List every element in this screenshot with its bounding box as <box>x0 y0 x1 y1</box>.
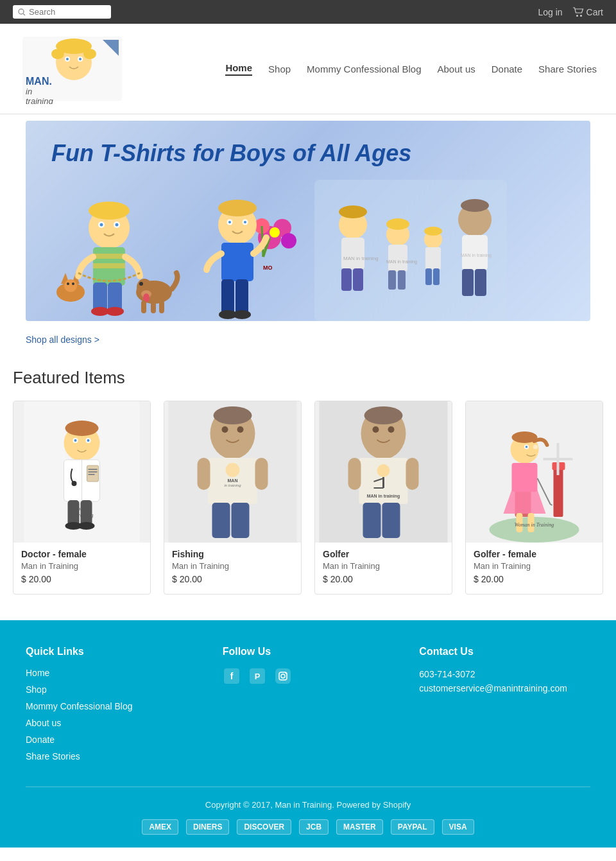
svg-text:MAN in training: MAN in training <box>343 256 379 261</box>
svg-text:in training: in training <box>224 483 241 487</box>
facebook-icon[interactable]: f <box>223 667 241 685</box>
products-grid: Woman in Training Doctor - female Man in… <box>13 401 603 595</box>
product-price-1: $ 20.00 <box>21 574 142 584</box>
footer-link-blog[interactable]: Mommy Confessional Blog <box>26 701 133 711</box>
svg-rect-111 <box>255 458 268 490</box>
nav-share[interactable]: Share Stories <box>538 64 597 74</box>
footer-link-shop[interactable]: Shop <box>26 684 47 695</box>
svg-rect-66 <box>341 268 352 291</box>
svg-line-1 <box>23 13 25 15</box>
svg-point-38 <box>139 282 143 286</box>
nav-shop[interactable]: Shop <box>268 64 291 74</box>
product-brand-4: Man in Training <box>474 561 595 571</box>
product-card[interactable]: MAN in training Golfer Man in Training $… <box>314 401 452 595</box>
shop-all-anchor[interactable]: Shop all designs > <box>26 335 99 345</box>
contact-email-text: customerservice@manintraining.com <box>419 683 567 693</box>
svg-point-24 <box>89 202 130 220</box>
svg-rect-84 <box>475 269 486 296</box>
svg-rect-128 <box>363 503 381 538</box>
svg-rect-76 <box>425 247 441 270</box>
svg-point-0 <box>19 9 24 14</box>
cart-label: Cart <box>586 7 603 17</box>
svg-point-20 <box>64 279 77 292</box>
product-info-4: Golfer - female Man in Training $ 20.00 <box>466 543 603 594</box>
svg-point-60 <box>233 310 251 319</box>
svg-rect-43 <box>159 300 164 313</box>
svg-point-143 <box>526 446 528 448</box>
product-info-3: Golfer Man in Training $ 20.00 <box>315 543 452 594</box>
product-card[interactable]: Woman in Training Doctor - female Man in… <box>13 401 151 595</box>
svg-rect-58 <box>235 279 248 315</box>
product-card[interactable]: MAN in training Fishing Man in Training … <box>164 401 302 595</box>
hero-characters: MO <box>51 173 565 321</box>
svg-rect-129 <box>382 503 400 538</box>
nav-blog[interactable]: Mommy Confessional Blog <box>307 64 421 74</box>
social-icons: f P <box>223 667 394 685</box>
svg-rect-117 <box>232 503 250 538</box>
cart-link[interactable]: Cart <box>572 7 603 17</box>
footer-contact: Contact Us 603-714-3072 customerservice@… <box>419 646 590 767</box>
product-card[interactable]: Woman in Training Golfer - female Man in… <box>465 401 603 595</box>
footer-link-share[interactable]: Share Stories <box>26 751 80 761</box>
instagram-icon[interactable] <box>274 667 292 685</box>
footer-top: Quick Links Home Shop Mommy Confessional… <box>26 646 590 767</box>
product-brand-2: Man in Training <box>172 561 293 571</box>
product-brand-1: Man in Training <box>21 561 142 571</box>
product-name-2: Fishing <box>172 549 293 559</box>
logo[interactable]: MAN. in training <box>19 33 128 104</box>
payment-master: MASTER <box>336 819 383 835</box>
hero-banner: Fun T-Shirts for Boys of All Ages <box>26 121 590 321</box>
featured-title: Featured Items <box>13 368 603 388</box>
footer-copyright: Copyright © 2017, Man in Training. Power… <box>26 800 590 810</box>
svg-point-155 <box>285 673 286 674</box>
search-input[interactable] <box>29 7 106 17</box>
hero-section: Fun T-Shirts for Boys of All Ages <box>13 121 603 355</box>
svg-text:in Training: in Training <box>71 512 94 518</box>
svg-point-22 <box>72 283 74 285</box>
svg-rect-95 <box>89 469 98 470</box>
search-form[interactable] <box>13 5 111 19</box>
svg-point-55 <box>244 221 246 223</box>
payment-visa: VISA <box>442 819 474 835</box>
nav-about[interactable]: About us <box>438 64 475 74</box>
svg-point-101 <box>78 522 95 530</box>
login-link[interactable]: Log in <box>538 7 562 17</box>
svg-rect-31 <box>93 263 125 268</box>
footer-bottom: Copyright © 2017, Man in Training. Power… <box>26 787 590 835</box>
footer-link-home[interactable]: Home <box>26 668 49 678</box>
svg-point-126 <box>377 464 390 477</box>
quick-links-list: Home Shop Mommy Confessional Blog About … <box>26 667 197 762</box>
svg-point-12 <box>51 49 64 59</box>
svg-rect-77 <box>425 268 432 285</box>
svg-point-122 <box>388 426 395 433</box>
svg-rect-64 <box>341 238 364 270</box>
product-image-3: MAN in training <box>315 401 452 543</box>
shop-all-link[interactable]: Shop all designs > <box>13 327 603 355</box>
svg-point-10 <box>79 58 81 60</box>
svg-rect-56 <box>221 243 253 281</box>
svg-point-3 <box>580 15 582 17</box>
footer-link-about[interactable]: About us <box>26 718 61 728</box>
svg-text:Woman in Training: Woman in Training <box>515 522 554 528</box>
logo-area: MAN. in training <box>19 33 128 104</box>
product-price-3: $ 20.00 <box>323 574 444 584</box>
nav-donate[interactable]: Donate <box>492 64 522 74</box>
payment-amex: AMEX <box>142 819 178 835</box>
svg-rect-30 <box>93 254 125 259</box>
nav-home[interactable]: Home <box>225 62 252 76</box>
svg-point-69 <box>386 218 409 230</box>
payment-jcb: JCB <box>299 819 329 835</box>
svg-point-28 <box>116 223 119 227</box>
svg-rect-72 <box>388 270 396 290</box>
footer-link-donate[interactable]: Donate <box>26 735 55 745</box>
product-price-4: $ 20.00 <box>474 574 595 584</box>
pinterest-icon[interactable]: P <box>248 667 266 685</box>
svg-text:f: f <box>230 671 233 681</box>
svg-point-108 <box>237 426 244 433</box>
search-icon <box>18 8 26 16</box>
hero-title: Fun T-Shirts for Boys of All Ages <box>51 140 565 167</box>
svg-point-113 <box>226 463 240 477</box>
contact-info: 603-714-3072 customerservice@manintraini… <box>419 667 590 696</box>
payment-discover: DISCOVER <box>237 819 291 835</box>
svg-rect-78 <box>433 268 440 285</box>
